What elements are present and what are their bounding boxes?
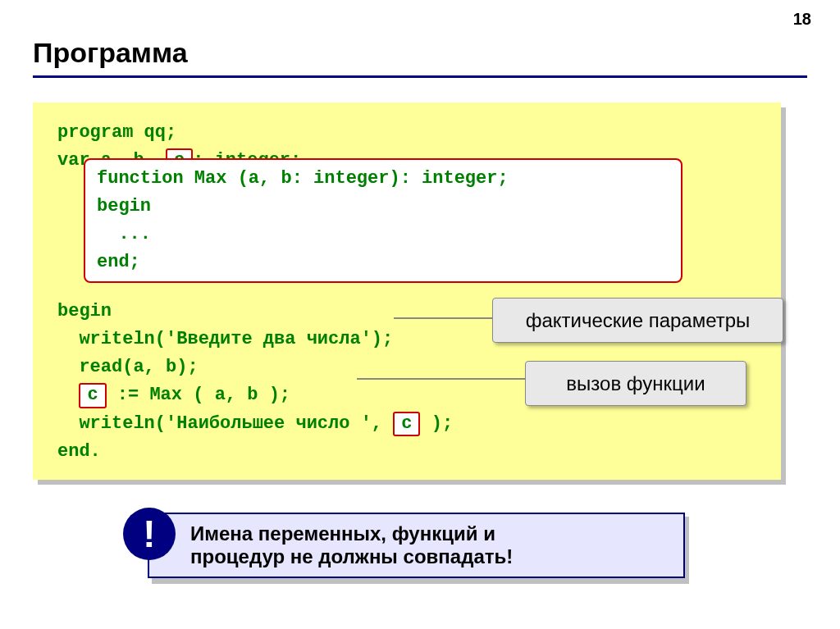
code-area: program qq; var a, b, c: integer; begin … bbox=[33, 103, 807, 480]
func-line1: function Max (a, b: integer): integer; bbox=[97, 165, 669, 193]
code-line-program: program qq; bbox=[57, 119, 756, 147]
note-box: ! Имена переменных, функций и процедур н… bbox=[148, 513, 685, 578]
title-divider bbox=[33, 75, 807, 78]
func-line3: ... bbox=[97, 221, 669, 248]
writeln2-suffix: ); bbox=[420, 413, 453, 434]
assign-rest: := Max ( a, b ); bbox=[107, 385, 290, 405]
func-line2: begin bbox=[97, 193, 669, 221]
code-line-writeln2: writeln('Наибольшее число ', c ); bbox=[57, 410, 756, 438]
code-block: program qq; var a, b, c: integer; begin … bbox=[33, 103, 781, 480]
code-line-end: end. bbox=[57, 438, 756, 466]
page-title: Программа bbox=[33, 37, 807, 69]
function-box: function Max (a, b: integer): integer; b… bbox=[84, 158, 682, 283]
callout-params: фактические параметры bbox=[492, 298, 783, 343]
exclamation-icon: ! bbox=[123, 508, 176, 560]
note-text-line2: процедур не должны совпадать! bbox=[190, 545, 670, 568]
writeln2-c-highlight: c bbox=[393, 412, 420, 436]
page-number: 18 bbox=[793, 10, 811, 29]
callout-call: вызов функции bbox=[525, 361, 746, 406]
connector-params bbox=[394, 317, 492, 319]
connector-call bbox=[357, 378, 525, 380]
func-line4: end; bbox=[97, 248, 669, 276]
writeln2-prefix: writeln('Наибольшее число ', bbox=[57, 413, 393, 434]
assign-c-highlight: c bbox=[79, 383, 106, 408]
note: ! Имена переменных, функций и процедур н… bbox=[148, 513, 705, 578]
note-text-line1: Имена переменных, функций и bbox=[190, 522, 670, 545]
